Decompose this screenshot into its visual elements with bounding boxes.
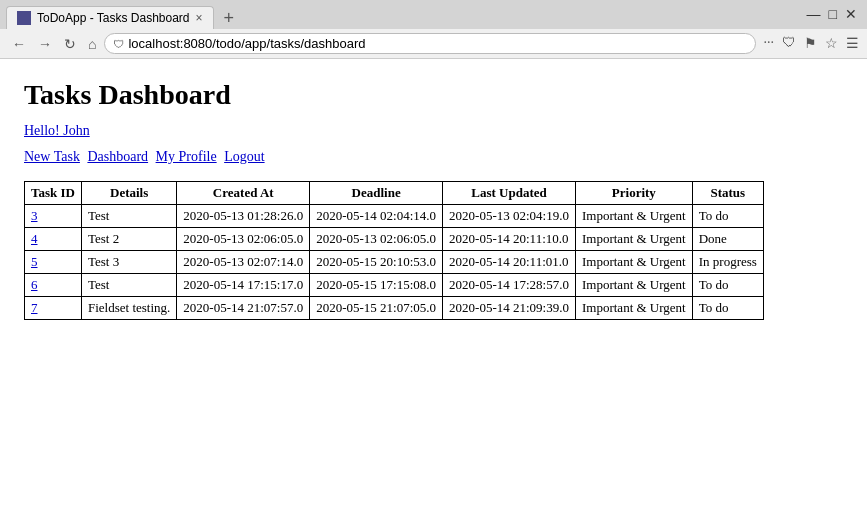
menu-icon[interactable]: ☰ <box>846 35 859 52</box>
nav-links: New Task Dashboard My Profile Logout <box>24 149 843 165</box>
tab-favicon <box>17 11 31 25</box>
refresh-button[interactable]: ↻ <box>60 34 80 54</box>
back-button[interactable]: ← <box>8 34 30 54</box>
priority-cell: Important & Urgent <box>575 228 692 251</box>
status-cell: Done <box>692 228 763 251</box>
status-cell: In progress <box>692 251 763 274</box>
deadline-cell: 2020-05-15 17:15:08.0 <box>310 274 443 297</box>
task-id-cell: 7 <box>25 297 82 320</box>
forward-button[interactable]: → <box>34 34 56 54</box>
details-cell: Test <box>81 274 176 297</box>
nav-bar: ← → ↻ ⌂ 🛡 ··· 🛡 ⚑ ☆ ☰ <box>0 29 867 59</box>
task-id-cell: 3 <box>25 205 82 228</box>
browser-top: ToDoApp - Tasks Dashboard × + — □ ✕ ← → … <box>0 0 867 59</box>
details-cell: Test 2 <box>81 228 176 251</box>
deadline-cell: 2020-05-13 02:06:05.0 <box>310 228 443 251</box>
maximize-button[interactable]: □ <box>829 6 837 22</box>
col-header-priority: Priority <box>575 182 692 205</box>
priority-cell: Important & Urgent <box>575 205 692 228</box>
created-at-cell: 2020-05-13 01:28:26.0 <box>177 205 310 228</box>
deadline-cell: 2020-05-14 02:04:14.0 <box>310 205 443 228</box>
page-title: Tasks Dashboard <box>24 79 843 111</box>
col-header-status: Status <box>692 182 763 205</box>
table-header-row: Task ID Details Created At Deadline Last… <box>25 182 764 205</box>
last-updated-cell: 2020-05-14 17:28:57.0 <box>443 274 576 297</box>
security-icon: 🛡 <box>113 38 124 50</box>
table-row: 6Test2020-05-14 17:15:17.02020-05-15 17:… <box>25 274 764 297</box>
window-controls: — □ ✕ <box>807 6 857 22</box>
created-at-cell: 2020-05-14 21:07:57.0 <box>177 297 310 320</box>
tasks-table: Task ID Details Created At Deadline Last… <box>24 181 764 320</box>
col-header-task-id: Task ID <box>25 182 82 205</box>
more-options-icon[interactable]: ··· <box>764 35 775 52</box>
tab-bar: ToDoApp - Tasks Dashboard × + — □ ✕ <box>0 0 867 29</box>
status-cell: To do <box>692 274 763 297</box>
col-header-details: Details <box>81 182 176 205</box>
page-content: Tasks Dashboard Hello! John New Task Das… <box>0 59 867 522</box>
star-icon[interactable]: ☆ <box>825 35 838 52</box>
created-at-cell: 2020-05-13 02:07:14.0 <box>177 251 310 274</box>
task-id-link[interactable]: 6 <box>31 277 38 292</box>
priority-cell: Important & Urgent <box>575 297 692 320</box>
priority-cell: Important & Urgent <box>575 274 692 297</box>
col-header-last-updated: Last Updated <box>443 182 576 205</box>
greeting-link[interactable]: Hello! John <box>24 123 843 139</box>
deadline-cell: 2020-05-15 21:07:05.0 <box>310 297 443 320</box>
table-row: 7Fieldset testing.2020-05-14 21:07:57.02… <box>25 297 764 320</box>
table-row: 3Test2020-05-13 01:28:26.02020-05-14 02:… <box>25 205 764 228</box>
task-id-cell: 4 <box>25 228 82 251</box>
status-cell: To do <box>692 205 763 228</box>
bookmark-icon[interactable]: ⚑ <box>804 35 817 52</box>
address-bar-container[interactable]: 🛡 <box>104 33 755 54</box>
task-id-cell: 6 <box>25 274 82 297</box>
logout-link[interactable]: Logout <box>224 149 264 164</box>
table-row: 4Test 22020-05-13 02:06:05.02020-05-13 0… <box>25 228 764 251</box>
task-id-cell: 5 <box>25 251 82 274</box>
tab-title: ToDoApp - Tasks Dashboard <box>37 11 190 25</box>
details-cell: Test 3 <box>81 251 176 274</box>
shield-icon: 🛡 <box>782 35 796 52</box>
last-updated-cell: 2020-05-14 21:09:39.0 <box>443 297 576 320</box>
nav-icons: ··· 🛡 ⚑ ☆ ☰ <box>764 35 860 52</box>
home-button[interactable]: ⌂ <box>84 34 100 54</box>
last-updated-cell: 2020-05-13 02:04:19.0 <box>443 205 576 228</box>
col-header-created-at: Created At <box>177 182 310 205</box>
status-cell: To do <box>692 297 763 320</box>
table-row: 5Test 32020-05-13 02:07:14.02020-05-15 2… <box>25 251 764 274</box>
new-task-link[interactable]: New Task <box>24 149 80 164</box>
details-cell: Fieldset testing. <box>81 297 176 320</box>
tab-close-button[interactable]: × <box>196 11 203 25</box>
task-id-link[interactable]: 5 <box>31 254 38 269</box>
task-id-link[interactable]: 7 <box>31 300 38 315</box>
active-tab[interactable]: ToDoApp - Tasks Dashboard × <box>6 6 214 29</box>
task-id-link[interactable]: 3 <box>31 208 38 223</box>
details-cell: Test <box>81 205 176 228</box>
priority-cell: Important & Urgent <box>575 251 692 274</box>
deadline-cell: 2020-05-15 20:10:53.0 <box>310 251 443 274</box>
close-button[interactable]: ✕ <box>845 6 857 22</box>
my-profile-link[interactable]: My Profile <box>156 149 217 164</box>
col-header-deadline: Deadline <box>310 182 443 205</box>
last-updated-cell: 2020-05-14 20:11:01.0 <box>443 251 576 274</box>
created-at-cell: 2020-05-13 02:06:05.0 <box>177 228 310 251</box>
created-at-cell: 2020-05-14 17:15:17.0 <box>177 274 310 297</box>
minimize-button[interactable]: — <box>807 6 821 22</box>
dashboard-link[interactable]: Dashboard <box>87 149 148 164</box>
new-tab-button[interactable]: + <box>218 8 241 29</box>
last-updated-cell: 2020-05-14 20:11:10.0 <box>443 228 576 251</box>
task-id-link[interactable]: 4 <box>31 231 38 246</box>
address-bar[interactable] <box>128 36 746 51</box>
